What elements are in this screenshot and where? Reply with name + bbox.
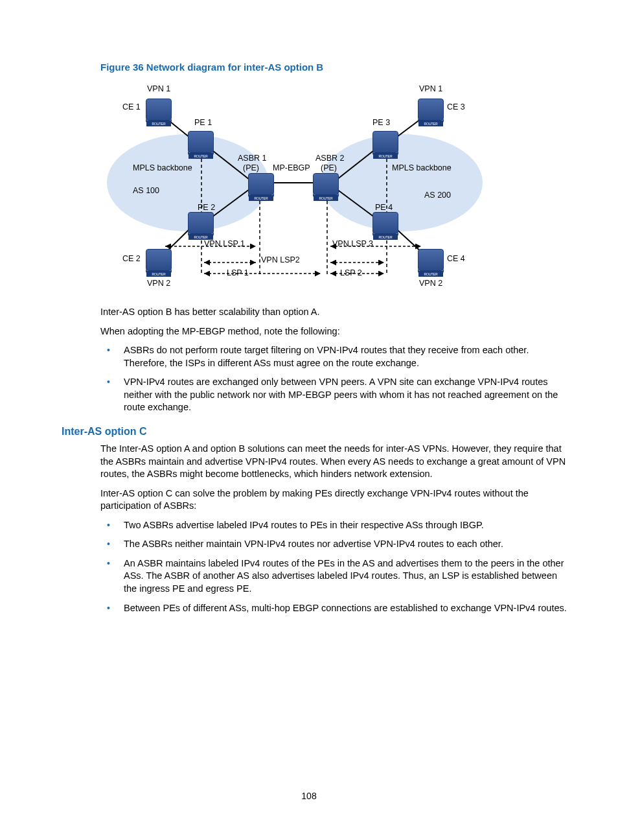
router-icon bbox=[418, 249, 444, 271]
list-item: ASBRs do not perform route target filter… bbox=[100, 344, 569, 369]
router-icon bbox=[188, 131, 214, 153]
label-ce4: CE 4 bbox=[447, 254, 465, 263]
label-asbr1: ASBR 1 bbox=[238, 154, 266, 163]
network-diagram: VPN 1 VPN 1 CE 1 CE 3 PE 1 PE 3 MPLS bac… bbox=[100, 79, 502, 299]
section-heading: Inter-AS option C bbox=[62, 426, 569, 438]
bullet-list-1: ASBRs do not perform route target filter… bbox=[100, 344, 569, 414]
paragraph: Inter-AS option B has better scalability… bbox=[100, 306, 569, 319]
label-ce2: CE 2 bbox=[122, 254, 141, 263]
label-asbr2-pe: (PE) bbox=[321, 163, 337, 172]
router-icon bbox=[372, 131, 398, 153]
label-mpls-right: MPLS backbone bbox=[392, 163, 452, 172]
label-pe4: PE 4 bbox=[375, 203, 393, 212]
label-ce1: CE 1 bbox=[122, 102, 141, 111]
label-as100: AS 100 bbox=[133, 186, 159, 195]
label-asbr2: ASBR 2 bbox=[315, 154, 344, 163]
label-vpn-lsp3: VPN LSP 3 bbox=[332, 239, 373, 248]
label-vpn1-left: VPN 1 bbox=[147, 84, 170, 93]
router-icon bbox=[418, 99, 444, 121]
list-item: Between PEs of different ASs, multi-hop … bbox=[100, 602, 569, 615]
router-icon bbox=[146, 99, 172, 121]
router-icon bbox=[188, 212, 214, 234]
label-lsp1: LSP 1 bbox=[227, 268, 249, 277]
router-icon bbox=[248, 173, 274, 195]
label-lsp2: LSP 2 bbox=[340, 268, 362, 277]
label-mp-ebgp: MP-EBGP bbox=[273, 163, 310, 172]
list-item: An ASBR maintains labeled IPv4 routes of… bbox=[100, 557, 569, 596]
router-icon bbox=[146, 249, 172, 271]
label-as200: AS 200 bbox=[424, 191, 451, 200]
label-asbr1-pe: (PE) bbox=[243, 163, 259, 172]
label-pe3: PE 3 bbox=[372, 118, 390, 127]
label-ce3: CE 3 bbox=[447, 102, 465, 111]
list-item: The ASBRs neither maintain VPN-IPv4 rout… bbox=[100, 538, 569, 551]
paragraph: When adopting the MP-EBGP method, note t… bbox=[100, 325, 569, 338]
list-item: VPN-IPv4 routes are exchanged only betwe… bbox=[100, 376, 569, 414]
paragraph: Inter-AS option C can solve the problem … bbox=[100, 487, 569, 513]
bullet-list-2: Two ASBRs advertise labeled IPv4 routes … bbox=[100, 519, 569, 614]
paragraph: The Inter-AS option A and option B solut… bbox=[100, 443, 569, 481]
list-item: Two ASBRs advertise labeled IPv4 routes … bbox=[100, 519, 569, 532]
label-vpn-lsp1: VPN LSP 1 bbox=[204, 239, 245, 248]
label-mpls-left: MPLS backbone bbox=[133, 163, 192, 172]
label-vpn2-left: VPN 2 bbox=[147, 279, 170, 288]
page-number: 108 bbox=[0, 791, 618, 801]
label-vpn1-right: VPN 1 bbox=[419, 84, 442, 93]
label-vpn2-right: VPN 2 bbox=[419, 279, 442, 288]
router-icon bbox=[313, 173, 339, 195]
figure-caption: Figure 36 Network diagram for inter-AS o… bbox=[100, 62, 569, 73]
label-pe1: PE 1 bbox=[194, 118, 212, 127]
router-icon bbox=[372, 212, 398, 234]
label-pe2: PE 2 bbox=[198, 203, 215, 212]
label-vpn-lsp2: VPN LSP2 bbox=[261, 255, 300, 264]
